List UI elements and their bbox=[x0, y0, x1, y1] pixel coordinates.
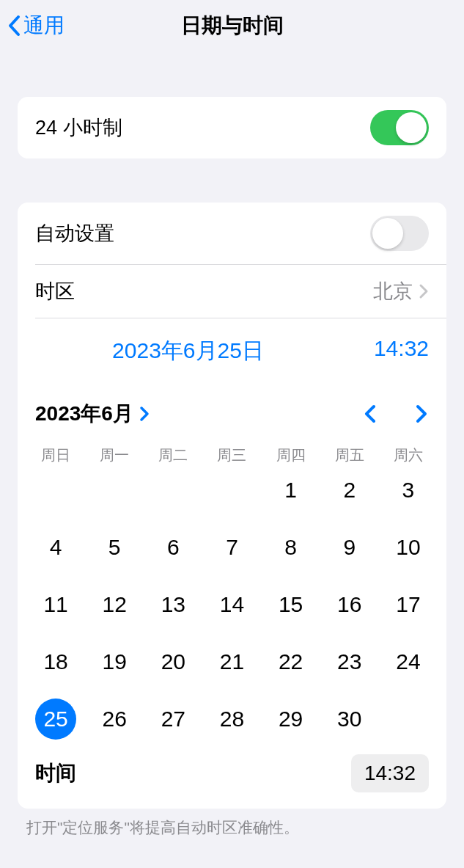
day-number: 15 bbox=[270, 584, 312, 625]
day-cell[interactable]: 20 bbox=[144, 641, 202, 682]
timezone-value-wrap: 北京 bbox=[373, 278, 429, 304]
weekday-label: 周六 bbox=[379, 445, 438, 465]
label-24hour: 24 小时制 bbox=[35, 114, 122, 141]
day-cell[interactable]: 19 bbox=[85, 641, 144, 682]
day-number: 3 bbox=[388, 470, 429, 511]
day-number: 26 bbox=[94, 699, 135, 740]
time-row: 时间 14:32 bbox=[18, 747, 446, 809]
day-cell[interactable]: 25 bbox=[26, 699, 85, 740]
back-button[interactable]: 通用 bbox=[7, 12, 65, 40]
next-month-button[interactable] bbox=[414, 403, 429, 425]
time-display[interactable]: 14:32 bbox=[341, 336, 429, 366]
day-cell[interactable]: 23 bbox=[320, 641, 379, 682]
day-number: 22 bbox=[270, 641, 312, 682]
day-cell[interactable]: 5 bbox=[85, 527, 144, 568]
back-label: 通用 bbox=[23, 12, 65, 40]
toggle-knob bbox=[372, 218, 403, 249]
day-cell[interactable]: 1 bbox=[262, 470, 320, 511]
day-cell[interactable]: 30 bbox=[320, 699, 379, 740]
weekday-label: 周二 bbox=[144, 445, 202, 465]
day-number: 5 bbox=[94, 527, 135, 568]
day-cell-empty bbox=[202, 470, 261, 511]
day-cell[interactable]: 26 bbox=[85, 699, 144, 740]
prev-month-button[interactable] bbox=[363, 403, 378, 425]
section-datetime: 自动设置 时区 北京 2023年6月25日 14:32 2023年6月 bbox=[18, 203, 446, 809]
day-number: 23 bbox=[329, 641, 370, 682]
day-number: 11 bbox=[35, 584, 76, 625]
day-cell[interactable]: 2 bbox=[320, 470, 379, 511]
date-display[interactable]: 2023年6月25日 bbox=[35, 336, 341, 366]
day-number: 10 bbox=[388, 527, 429, 568]
day-number: 24 bbox=[388, 641, 429, 682]
weekday-label: 周三 bbox=[202, 445, 261, 465]
row-24hour: 24 小时制 bbox=[18, 97, 446, 158]
day-number: 9 bbox=[329, 527, 370, 568]
day-number: 13 bbox=[152, 584, 194, 625]
chevron-right-icon bbox=[139, 406, 150, 422]
day-number: 17 bbox=[388, 584, 429, 625]
day-number: 6 bbox=[152, 527, 194, 568]
day-cell[interactable]: 6 bbox=[144, 527, 202, 568]
day-cell[interactable]: 7 bbox=[202, 527, 261, 568]
day-cell[interactable]: 24 bbox=[379, 641, 438, 682]
weekday-label: 周一 bbox=[85, 445, 144, 465]
day-number: 12 bbox=[94, 584, 135, 625]
timezone-value: 北京 bbox=[373, 278, 413, 304]
day-cell[interactable]: 13 bbox=[144, 584, 202, 625]
day-number: 20 bbox=[152, 641, 194, 682]
day-cell[interactable]: 11 bbox=[26, 584, 85, 625]
row-timezone[interactable]: 时区 北京 bbox=[18, 265, 446, 318]
calendar-grid: 1234567891011121314151617181920212223242… bbox=[18, 470, 446, 747]
weekday-label: 周五 bbox=[320, 445, 379, 465]
day-cell[interactable]: 12 bbox=[85, 584, 144, 625]
day-number: 27 bbox=[152, 699, 194, 740]
toggle-auto-set[interactable] bbox=[370, 216, 429, 251]
day-number: 30 bbox=[329, 699, 370, 740]
day-number: 29 bbox=[270, 699, 312, 740]
toggle-knob bbox=[396, 112, 427, 143]
day-cell[interactable]: 14 bbox=[202, 584, 261, 625]
weekday-label: 周日 bbox=[26, 445, 85, 465]
chevron-right-icon bbox=[419, 283, 429, 299]
label-auto-set: 自动设置 bbox=[35, 220, 114, 247]
day-cell[interactable]: 18 bbox=[26, 641, 85, 682]
month-nav: 2023年6月 bbox=[18, 379, 446, 435]
label-timezone: 时区 bbox=[35, 278, 75, 304]
day-cell[interactable]: 29 bbox=[262, 699, 320, 740]
day-cell[interactable]: 17 bbox=[379, 584, 438, 625]
day-cell-empty bbox=[26, 470, 85, 511]
day-cell-empty bbox=[85, 470, 144, 511]
day-cell[interactable]: 9 bbox=[320, 527, 379, 568]
day-cell[interactable]: 16 bbox=[320, 584, 379, 625]
day-cell[interactable]: 21 bbox=[202, 641, 261, 682]
chevron-left-icon bbox=[7, 15, 22, 37]
month-arrows bbox=[363, 403, 429, 425]
day-cell[interactable]: 28 bbox=[202, 699, 261, 740]
day-number: 28 bbox=[211, 699, 252, 740]
day-number: 4 bbox=[35, 527, 76, 568]
footnote: 打开"定位服务"将提高自动时区准确性。 bbox=[0, 809, 464, 838]
time-label: 时间 bbox=[35, 759, 76, 787]
day-number: 19 bbox=[94, 641, 135, 682]
day-number: 8 bbox=[270, 527, 312, 568]
day-number: 14 bbox=[211, 584, 252, 625]
day-number: 25 bbox=[35, 699, 76, 740]
day-cell[interactable]: 22 bbox=[262, 641, 320, 682]
toggle-24hour[interactable] bbox=[370, 110, 429, 145]
day-cell[interactable]: 8 bbox=[262, 527, 320, 568]
time-picker-button[interactable]: 14:32 bbox=[351, 754, 429, 792]
month-picker-button[interactable]: 2023年6月 bbox=[35, 400, 150, 428]
day-cell-empty bbox=[144, 470, 202, 511]
day-cell[interactable]: 4 bbox=[26, 527, 85, 568]
day-cell[interactable]: 3 bbox=[379, 470, 438, 511]
day-cell[interactable]: 15 bbox=[262, 584, 320, 625]
day-number: 1 bbox=[270, 470, 312, 511]
day-number: 7 bbox=[211, 527, 252, 568]
section-24hour: 24 小时制 bbox=[18, 97, 446, 158]
day-cell[interactable]: 27 bbox=[144, 699, 202, 740]
day-number: 18 bbox=[35, 641, 76, 682]
weekday-label: 周四 bbox=[262, 445, 320, 465]
row-auto-set: 自动设置 bbox=[18, 203, 446, 264]
day-cell[interactable]: 10 bbox=[379, 527, 438, 568]
page-title: 日期与时间 bbox=[181, 12, 284, 40]
